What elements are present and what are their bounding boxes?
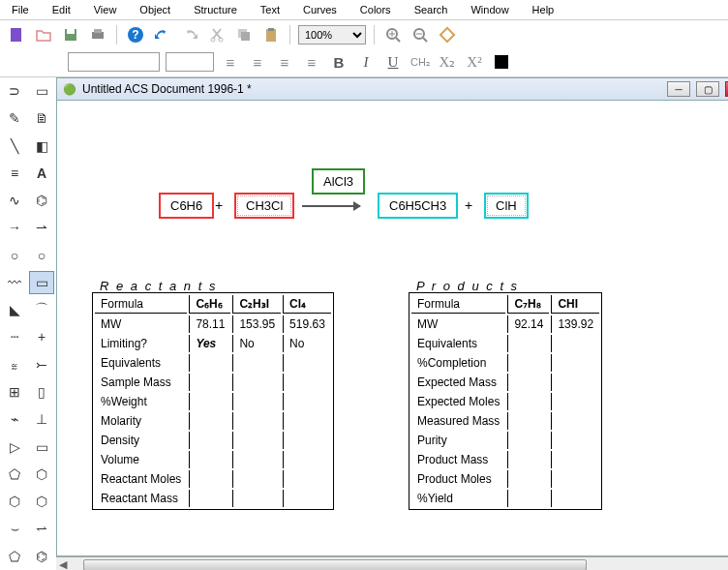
- drawing-canvas[interactable]: C6H6 + CH3Cl AlCl3 C6H5CH3 + ClH R e a c…: [57, 101, 728, 556]
- catalyst-box[interactable]: AlCl3: [312, 168, 365, 195]
- pen-tool-icon[interactable]: ✎: [2, 106, 27, 130]
- plus-2: +: [465, 197, 472, 213]
- arc-tool-icon[interactable]: ⌒: [29, 298, 54, 321]
- chair-tool-icon[interactable]: ⥋: [29, 517, 54, 540]
- r-h-rmass: Reactant Mass: [95, 490, 187, 507]
- color-button[interactable]: [491, 51, 512, 73]
- menu-view[interactable]: View: [90, 2, 121, 17]
- pentagon2-tool-icon[interactable]: ⬠: [2, 545, 27, 568]
- lasso-tool-icon[interactable]: ⊃: [2, 79, 27, 103]
- rect2-tool-icon[interactable]: ▭: [29, 435, 54, 459]
- marquee-tool-icon[interactable]: ▭: [29, 79, 54, 103]
- r-h-rmol: Reactant Moles: [95, 470, 187, 488]
- italic-button[interactable]: I: [355, 51, 377, 73]
- doc-tool-icon[interactable]: 🗎: [29, 106, 54, 130]
- open-icon[interactable]: [33, 24, 54, 45]
- menu-search[interactable]: Search: [410, 2, 452, 17]
- menu-file[interactable]: File: [8, 2, 33, 17]
- print-icon[interactable]: [87, 24, 108, 45]
- canvas-scroll[interactable]: C6H6 + CH3Cl AlCl3 C6H5CH3 + ClH R e a c…: [56, 101, 728, 556]
- new-icon[interactable]: [6, 24, 27, 45]
- boat-tool-icon[interactable]: ⌣: [2, 517, 27, 540]
- oval-tool-icon[interactable]: ○: [2, 244, 27, 267]
- font-combo[interactable]: [68, 52, 160, 72]
- circle-tool-icon[interactable]: ○: [29, 244, 54, 267]
- help-icon[interactable]: ?: [125, 24, 146, 45]
- plus-tool-icon[interactable]: +: [29, 325, 54, 348]
- line-tool-icon[interactable]: ╲: [2, 135, 27, 158]
- reactant-1-box[interactable]: C6H6: [159, 193, 214, 219]
- multiline-tool-icon[interactable]: ≡: [2, 162, 27, 185]
- paste-icon[interactable]: [260, 24, 282, 45]
- align-right-icon[interactable]: ≡: [274, 51, 295, 73]
- menu-text[interactable]: Text: [257, 2, 284, 17]
- bracket-tool-icon[interactable]: ⤚: [29, 353, 54, 376]
- eraser-tool-icon[interactable]: ◧: [29, 135, 54, 158]
- hexagon-tool-icon[interactable]: ⬡: [29, 463, 54, 486]
- zoom-select[interactable]: 100%: [298, 25, 366, 45]
- underline-button[interactable]: U: [382, 51, 404, 73]
- freehand-tool-icon[interactable]: 〰: [2, 271, 27, 294]
- align-justify-icon[interactable]: ≡: [301, 51, 322, 73]
- undo-icon[interactable]: [152, 24, 173, 45]
- play-tool-icon[interactable]: ▷: [2, 435, 27, 459]
- benzene-tool-icon[interactable]: ⌬: [29, 189, 54, 212]
- product-2-box[interactable]: ClH: [484, 193, 529, 219]
- rotate-icon[interactable]: [437, 24, 458, 45]
- document-title: Untitled ACS Document 1996-1 *: [82, 82, 661, 96]
- align-left-icon[interactable]: ≡: [220, 51, 241, 73]
- bold-button[interactable]: B: [328, 51, 349, 73]
- product-1-box[interactable]: C6H5CH3: [378, 193, 458, 219]
- half-arrow-tool-icon[interactable]: ⇀: [29, 216, 54, 239]
- pentagon-tool-icon[interactable]: ⬠: [2, 463, 27, 486]
- r-h-mol: Molarity: [95, 412, 187, 430]
- redo-icon[interactable]: [179, 24, 200, 45]
- cut-icon[interactable]: [206, 24, 228, 45]
- curve-tool-icon[interactable]: ∿: [2, 189, 27, 212]
- hexagon2-tool-icon[interactable]: ⬡: [2, 490, 27, 513]
- superscript-button[interactable]: X²: [464, 51, 485, 73]
- save-icon[interactable]: [60, 24, 81, 45]
- r-h-vol: Volume: [95, 451, 187, 468]
- stamp-tool-icon[interactable]: ⊥: [29, 407, 54, 431]
- scroll-thumb[interactable]: [83, 559, 587, 571]
- svg-rect-0: [11, 28, 21, 42]
- menu-edit[interactable]: Edit: [48, 2, 75, 17]
- subscript-button[interactable]: X₂: [437, 51, 458, 73]
- menu-colors[interactable]: Colors: [356, 2, 395, 17]
- dash-tool-icon[interactable]: ┄: [2, 325, 27, 348]
- maximize-button[interactable]: ▢: [696, 81, 719, 97]
- r-c2-formula: C₂H₃I: [232, 295, 281, 314]
- hexagon3-tool-icon[interactable]: ⬡: [29, 490, 54, 513]
- wedge-tool-icon[interactable]: ◣: [2, 298, 27, 321]
- wavy-tool-icon[interactable]: ⩬: [2, 353, 27, 376]
- reactants-table[interactable]: Formula C₆H₆ C₂H₃I Cl₄ MW78.11153.95519.…: [92, 292, 334, 510]
- zigzag-tool-icon[interactable]: ⌁: [2, 407, 27, 431]
- text-tool-icon[interactable]: A: [29, 162, 54, 185]
- window-tool-icon[interactable]: ▯: [29, 380, 54, 404]
- r-h-den: Density: [95, 432, 187, 449]
- arrow-tool-icon[interactable]: →: [2, 216, 27, 239]
- size-combo[interactable]: [166, 52, 214, 72]
- menu-curves[interactable]: Curves: [299, 2, 341, 17]
- horizontal-scrollbar[interactable]: ◀ ▶: [56, 556, 728, 570]
- copy-icon[interactable]: [233, 24, 255, 45]
- reactant-2-box[interactable]: CH3Cl: [234, 193, 294, 219]
- formula-button[interactable]: CH₂: [410, 51, 431, 73]
- r-c2-mw: 153.95: [232, 315, 281, 333]
- zoom-in-icon[interactable]: [382, 24, 404, 45]
- menu-structure[interactable]: Structure: [190, 2, 241, 17]
- zoom-out-icon[interactable]: [410, 24, 431, 45]
- reaction-arrow[interactable]: [302, 205, 360, 207]
- menu-help[interactable]: Help: [529, 2, 559, 17]
- scroll-left-icon[interactable]: ◀: [56, 558, 70, 571]
- rect-tool-icon[interactable]: ▭: [29, 271, 54, 294]
- align-center-icon[interactable]: ≡: [247, 51, 268, 73]
- products-table[interactable]: Formula C₇H₈ CHI MW92.14139.92 Equivalen…: [409, 292, 602, 510]
- table-tool-icon[interactable]: ⊞: [2, 380, 27, 404]
- menu-object[interactable]: Object: [136, 2, 174, 17]
- menu-window[interactable]: Window: [467, 2, 512, 17]
- document-titlebar: 🟢 Untitled ACS Document 1996-1 * ─ ▢ ✕: [56, 77, 728, 101]
- minimize-button[interactable]: ─: [667, 81, 690, 97]
- benzene2-tool-icon[interactable]: ⌬: [29, 545, 54, 568]
